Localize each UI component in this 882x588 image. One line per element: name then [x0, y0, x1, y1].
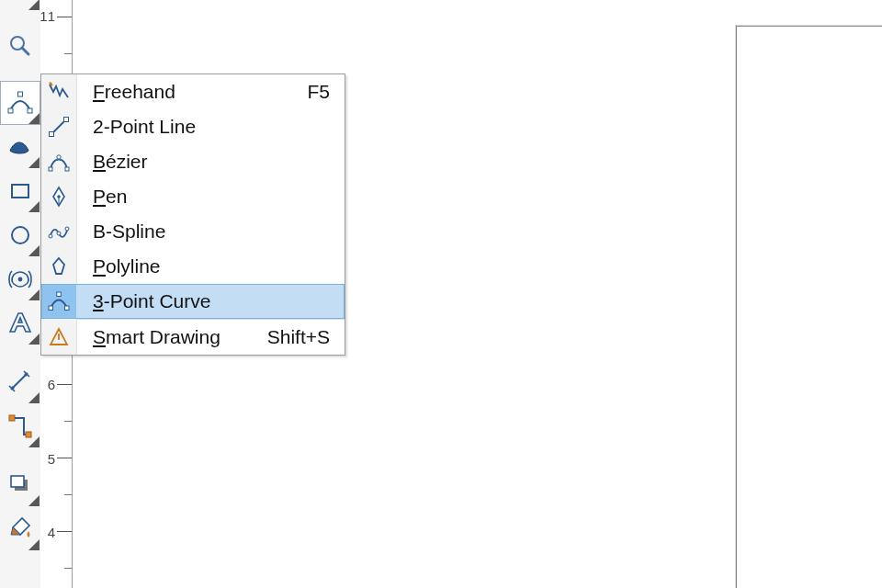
toolbox-spacer	[0, 11, 40, 26]
menu-item-label: 3-Point Curve	[76, 290, 330, 312]
flyout-indicator-icon	[28, 201, 40, 212]
svg-rect-18	[64, 118, 69, 122]
flyout-indicator-icon	[28, 289, 40, 300]
flyout-indicator-icon	[28, 334, 40, 345]
svg-rect-29	[57, 292, 62, 297]
svg-point-26	[65, 227, 69, 231]
svg-rect-4	[18, 92, 23, 96]
polyline-icon	[48, 255, 70, 277]
menu-item-shortcut: F5	[307, 81, 345, 103]
menu-item-label: 2-Point Line	[76, 116, 330, 138]
svg-rect-28	[65, 306, 70, 311]
complex-shape-icon	[6, 267, 34, 291]
dropshadow-icon	[7, 472, 33, 498]
menu-item-3pointcurve[interactable]: 3-Point Curve	[41, 284, 345, 319]
menu-item-2pointline[interactable]: 2-Point Line	[41, 109, 345, 144]
menu-item-label: B-Spline	[76, 220, 330, 243]
svg-rect-11	[9, 415, 15, 421]
twopoint-line-icon	[48, 116, 70, 138]
ruler-label: 11	[40, 8, 55, 24]
flyout-indicator-icon	[28, 0, 40, 10]
svg-rect-19	[49, 167, 52, 171]
rectangle-icon	[8, 179, 32, 203]
bspline-icon	[48, 220, 70, 243]
ruler-label: 5	[48, 451, 55, 467]
svg-rect-2	[8, 108, 13, 113]
artistic-media-tool[interactable]	[0, 125, 40, 169]
svg-point-7	[18, 277, 23, 282]
svg-rect-17	[50, 132, 54, 137]
flyout-indicator-icon	[28, 113, 40, 124]
svg-rect-5	[12, 185, 28, 198]
connector-tool[interactable]	[0, 404, 40, 448]
menu-item-label: Polyline	[76, 255, 330, 277]
page-boundary	[736, 26, 882, 588]
menu-item-polyline[interactable]: Polyline	[41, 249, 345, 284]
dimension-tool[interactable]	[0, 360, 40, 404]
flyout-indicator-icon	[28, 495, 40, 506]
menu-item-bspline[interactable]: B-Spline	[41, 214, 345, 249]
object-tool[interactable]	[0, 257, 40, 301]
svg-point-23	[57, 195, 61, 198]
artistic-media-icon	[7, 134, 33, 160]
svg-rect-27	[49, 306, 53, 311]
smart-drawing-icon	[48, 326, 70, 348]
toolbox-spacer	[0, 448, 40, 463]
menu-item-bezier[interactable]: Bézier	[41, 144, 345, 179]
menu-item-freehand[interactable]: Freehand F5	[41, 74, 345, 109]
paint-bucket-icon	[7, 516, 33, 542]
toolbox-spacer	[0, 345, 40, 360]
ruler-label: 6	[48, 377, 55, 392]
menu-item-smartdrawing[interactable]: Smart Drawing Shift+S	[41, 320, 345, 355]
menu-item-label: Pen	[76, 186, 330, 208]
toolbox-spacer	[0, 66, 40, 81]
svg-point-25	[57, 232, 61, 235]
menu-item-label: Freehand	[76, 81, 307, 103]
dropshadow-tool[interactable]	[0, 463, 40, 507]
svg-point-6	[12, 227, 28, 243]
pen-icon	[48, 186, 70, 208]
rectangle-tool[interactable]	[0, 169, 40, 213]
flyout-indicator-icon	[28, 436, 40, 447]
menu-item-pen[interactable]: Pen	[41, 179, 345, 214]
bezier-icon	[48, 151, 70, 173]
svg-rect-21	[65, 167, 69, 171]
interactive-fill-tool[interactable]	[0, 507, 40, 551]
threepoint-curve-icon	[48, 290, 70, 312]
svg-point-24	[49, 234, 52, 238]
menu-item-shortcut: Shift+S	[267, 326, 345, 348]
connector-icon	[7, 413, 33, 439]
curve-tools-group[interactable]	[0, 81, 40, 125]
toolbox	[0, 0, 41, 588]
text-tool[interactable]	[0, 301, 40, 345]
dimension-icon	[7, 369, 33, 395]
menu-item-label: Smart Drawing	[76, 326, 267, 348]
ellipse-icon	[8, 223, 32, 247]
zoom-tool[interactable]	[0, 26, 40, 66]
ellipse-tool[interactable]	[0, 213, 40, 257]
svg-point-15	[50, 83, 52, 85]
tool-partial-top[interactable]	[0, 0, 40, 11]
flyout-indicator-icon	[28, 539, 40, 550]
flyout-indicator-icon	[28, 392, 40, 403]
svg-line-8	[11, 373, 28, 390]
flyout-indicator-icon	[28, 245, 40, 256]
ruler-label: 4	[48, 525, 55, 540]
threepoint-curve-icon	[7, 90, 33, 116]
svg-point-20	[57, 155, 61, 159]
svg-line-1	[22, 48, 28, 54]
svg-rect-14	[11, 476, 24, 487]
flyout-indicator-icon	[28, 157, 40, 168]
freehand-icon	[48, 81, 70, 103]
menu-item-label: Bézier	[76, 151, 330, 173]
magnifier-icon	[7, 33, 33, 59]
curve-tools-flyout: Freehand F5 2-Point Line Bézier	[40, 74, 345, 356]
